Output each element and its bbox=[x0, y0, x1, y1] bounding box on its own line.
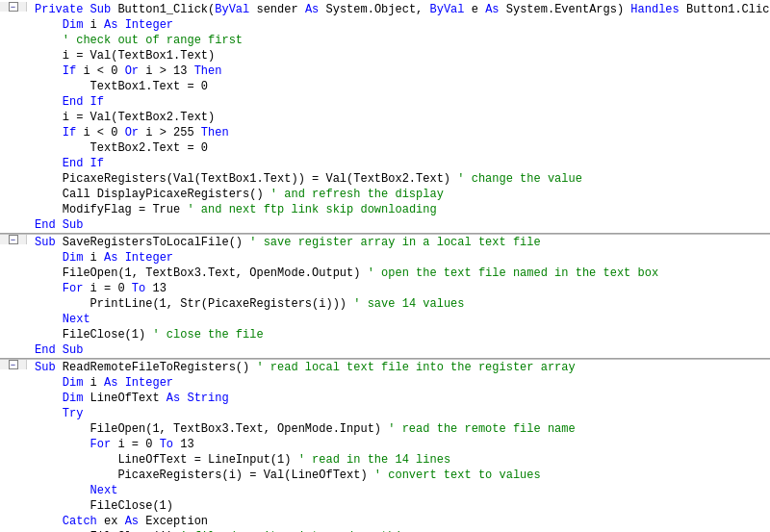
code-segment-plain: i = Val(TextBox1.Text) bbox=[35, 49, 215, 63]
code-segment-kw: Sub bbox=[35, 361, 63, 374]
code-segment-plain: i < 0 bbox=[76, 64, 124, 78]
line-content: PicaxeRegisters(Val(TextBox1.Text)) = Va… bbox=[27, 171, 770, 187]
code-segment-plain bbox=[35, 376, 63, 390]
code-line: End If bbox=[0, 94, 770, 110]
code-segment-plain: i = 0 bbox=[83, 282, 131, 295]
code-line: End If bbox=[0, 156, 770, 171]
code-segment-kw: Dim bbox=[63, 251, 84, 265]
code-segment-plain bbox=[117, 18, 124, 32]
code-segment-kw: Integer bbox=[125, 18, 173, 32]
code-segment-plain bbox=[35, 438, 90, 451]
code-segment-cm: ' check out of range first bbox=[35, 34, 243, 47]
code-line: Dim i As Integer bbox=[0, 375, 770, 391]
code-segment-kw: Then bbox=[194, 64, 222, 78]
code-segment-plain: TextBox1.Text = 0 bbox=[35, 80, 208, 93]
code-segment-cm: ' and next ftp link skip downloading bbox=[187, 203, 436, 216]
line-content: ' check out of range first bbox=[27, 33, 770, 48]
code-line: Dim i As Integer bbox=[0, 17, 770, 33]
code-segment-plain bbox=[35, 515, 63, 528]
code-segment-kw: Next bbox=[63, 313, 90, 326]
code-line: FileClose(1) bbox=[0, 498, 770, 514]
code-segment-kw: Private bbox=[35, 3, 90, 16]
code-line: PicaxeRegisters(Val(TextBox1.Text)) = Va… bbox=[0, 171, 770, 187]
line-content: End Sub bbox=[27, 217, 770, 233]
line-content: Catch ex As Exception bbox=[27, 514, 770, 529]
line-content: Dim i As Integer bbox=[27, 250, 770, 266]
code-segment-plain bbox=[35, 392, 63, 405]
code-segment-plain bbox=[117, 251, 124, 265]
code-segment-plain bbox=[117, 376, 124, 390]
code-segment-kw: Catch bbox=[63, 515, 97, 528]
code-segment-kw: End Sub bbox=[35, 218, 83, 232]
code-segment-plain: Exception bbox=[139, 515, 208, 528]
code-segment-kw: Or bbox=[125, 126, 139, 139]
code-line: −Sub ReadRemoteFileToRegisters() ' read … bbox=[0, 360, 770, 375]
code-segment-kw: Or bbox=[125, 64, 139, 78]
code-segment-kw: Sub bbox=[90, 3, 118, 16]
line-content: Private Sub Button1_Click(ByVal sender A… bbox=[27, 2, 770, 17]
code-segment-plain bbox=[35, 282, 63, 295]
code-segment-plain bbox=[35, 95, 63, 109]
code-segment-kw: For bbox=[90, 438, 112, 451]
collapse-button[interactable]: − bbox=[9, 235, 18, 244]
line-content: End If bbox=[27, 94, 770, 110]
code-segment-plain: LineOfText = LineInput(1) bbox=[35, 453, 298, 467]
code-segment-cm: ' read in the 14 lines bbox=[298, 453, 450, 467]
code-segment-plain bbox=[35, 251, 63, 265]
code-segment-plain bbox=[35, 407, 63, 420]
line-content: ModifyFlag = True ' and next ftp link sk… bbox=[27, 202, 770, 217]
code-segment-plain: FileClose(1) bbox=[35, 499, 173, 513]
code-segment-plain: System.Object, bbox=[319, 3, 429, 16]
code-segment-cm: ' and refresh the display bbox=[270, 188, 444, 201]
code-segment-kw: End If bbox=[63, 95, 104, 109]
code-line: FileOpen(1, TextBox3.Text, OpenMode.Inpu… bbox=[0, 421, 770, 437]
code-segment-kw: ByVal bbox=[215, 3, 249, 16]
code-segment-plain: ReadRemoteFileToRegisters() bbox=[63, 361, 257, 374]
code-editor[interactable]: −Private Sub Button1_Click(ByVal sender … bbox=[0, 0, 770, 532]
code-segment-plain: ex bbox=[97, 515, 125, 528]
collapse-button[interactable]: − bbox=[9, 2, 18, 12]
code-line: i = Val(TextBox2.Text) bbox=[0, 110, 770, 125]
line-content: TextBox2.Text = 0 bbox=[27, 140, 770, 156]
code-segment-plain: FileOpen(1, TextBox3.Text, OpenMode.Outp… bbox=[35, 266, 368, 280]
code-segment-plain: PrintLine(1, Str(PicaxeRegisters(i))) bbox=[35, 297, 353, 311]
line-gutter: − bbox=[0, 360, 27, 369]
code-line: End Sub bbox=[0, 217, 770, 233]
line-content: End Sub bbox=[27, 342, 770, 358]
code-segment-kw: As bbox=[305, 3, 319, 16]
code-line: Call DisplayPicaxeRegisters() ' and refr… bbox=[0, 187, 770, 202]
code-line: Next bbox=[0, 312, 770, 327]
code-segment-plain: 13 bbox=[145, 282, 167, 295]
code-segment-kw: As bbox=[104, 251, 117, 265]
line-content: Dim LineOfText As String bbox=[27, 391, 770, 406]
code-segment-kw: As bbox=[104, 376, 117, 390]
code-segment-cm: ' save register array in a local text fi… bbox=[249, 236, 540, 249]
code-segment-kw: If bbox=[63, 126, 76, 139]
line-content: If i < 0 Or i > 13 Then bbox=[27, 63, 770, 79]
code-segment-plain: i bbox=[83, 376, 104, 390]
code-line: If i < 0 Or i > 13 Then bbox=[0, 63, 770, 79]
code-segment-kw: Sub bbox=[35, 236, 63, 249]
code-segment-plain bbox=[35, 126, 63, 139]
line-content: i = Val(TextBox1.Text) bbox=[27, 48, 770, 63]
code-segment-plain bbox=[35, 18, 63, 32]
line-content: Next bbox=[27, 312, 770, 327]
code-segment-plain: i bbox=[83, 251, 104, 265]
line-content: FileClose(1) ' close the file bbox=[27, 327, 770, 342]
code-segment-kw: String bbox=[187, 392, 228, 405]
code-segment-plain: i = 0 bbox=[111, 438, 159, 451]
code-segment-plain: 13 bbox=[173, 438, 194, 451]
line-content: For i = 0 To 13 bbox=[27, 281, 770, 296]
code-segment-kw: To bbox=[132, 282, 145, 295]
code-segment-kw: If bbox=[63, 64, 76, 78]
code-segment-plain: Button1.Click bbox=[680, 3, 770, 16]
code-line: TextBox1.Text = 0 bbox=[0, 79, 770, 94]
code-segment-plain: FileClose(1) bbox=[35, 328, 152, 342]
line-content: PrintLine(1, Str(PicaxeRegisters(i))) ' … bbox=[27, 296, 770, 312]
line-content: LineOfText = LineInput(1) ' read in the … bbox=[27, 452, 770, 468]
code-line: Try bbox=[0, 406, 770, 421]
code-segment-cm: ' change the value bbox=[457, 172, 582, 186]
code-line: ' check out of range first bbox=[0, 33, 770, 48]
collapse-button[interactable]: − bbox=[9, 360, 18, 369]
code-segment-kw: As bbox=[167, 392, 180, 405]
